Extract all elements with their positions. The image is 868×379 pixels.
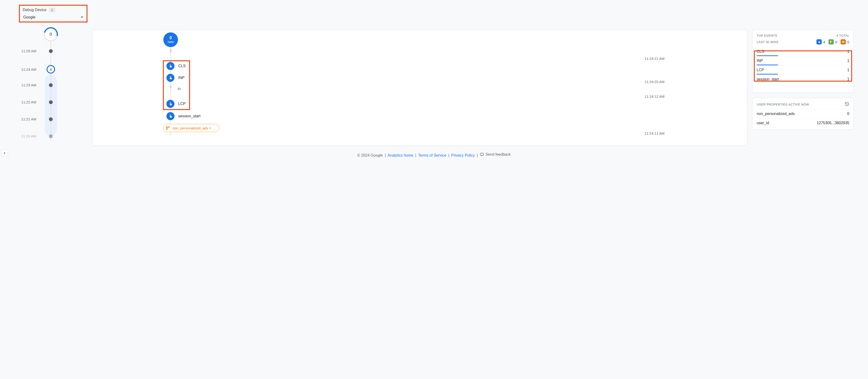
touch-icon <box>166 100 175 108</box>
svg-rect-1 <box>166 128 167 129</box>
prop-value: 0 <box>847 112 849 116</box>
send-feedback-button[interactable]: Send feedback <box>480 152 511 156</box>
bug-icon <box>841 39 846 45</box>
debug-device-selector: Debug Device 1 Google <box>19 5 88 23</box>
touch-icon <box>166 74 175 82</box>
user-prop-row[interactable]: non_personalized_ads 0 <box>752 109 854 118</box>
minute-label: 11:20 AM <box>21 134 37 138</box>
event-stream-card: 0 new 11:24:21 AM CLS INP 11:24:20 AM 8 <box>92 30 747 146</box>
touch-icon <box>816 39 822 45</box>
shapes-icon <box>165 126 170 130</box>
svg-point-0 <box>168 126 169 127</box>
minute-dot <box>49 49 53 53</box>
event-count: 1 <box>847 59 849 63</box>
event-name: session_start <box>757 77 779 81</box>
event-label: CLS <box>178 64 186 68</box>
minute-label: 11:23 AM <box>21 83 37 87</box>
new-events-badge[interactable]: 0 new <box>163 32 178 47</box>
minute-label: 11:21 AM <box>21 117 37 121</box>
event-time: 11:24:20 AM <box>645 80 664 84</box>
event-name: LCP <box>757 68 764 72</box>
seconds-counter-value: 0 <box>50 32 52 37</box>
event-item-lcp[interactable]: LCP <box>166 100 186 108</box>
top-event-row[interactable]: CLS 1 <box>752 47 854 56</box>
prop-value: 1275305...3802935 <box>817 121 849 125</box>
minute-dot <box>49 117 53 121</box>
minute-ring: 4 <box>46 65 55 74</box>
link-privacy[interactable]: Privacy Policy <box>451 153 475 157</box>
top-events-total: 4 TOTAL <box>836 34 849 37</box>
top-event-row[interactable]: session_start 1 <box>752 75 854 84</box>
prop-name: user_id <box>757 121 769 125</box>
event-count: 1 <box>847 50 849 54</box>
user-properties-card: USER PROPERTIES ACTIVE NOW non_personali… <box>752 98 854 129</box>
new-label: new <box>167 40 174 44</box>
event-count: 1 <box>847 68 849 72</box>
svg-point-2 <box>842 41 844 43</box>
time-gap: 8s <box>178 87 181 91</box>
stat-touch: 4 <box>816 39 825 45</box>
user-props-title: USER PROPERTIES ACTIVE NOW <box>757 103 809 106</box>
event-name: INP <box>757 59 763 63</box>
minute-row-active[interactable]: 11:24 AM 4 <box>21 65 68 74</box>
flag-icon <box>829 39 834 45</box>
event-name: CLS <box>757 50 764 54</box>
chevron-right-icon <box>3 151 6 155</box>
top-events-subtitle: LAST 30 MINS <box>757 40 778 44</box>
event-time: 11:24:21 AM <box>645 57 664 61</box>
event-label: LCP <box>178 102 186 106</box>
new-count: 0 <box>169 36 172 40</box>
footer: © 2024 Google | Analytics home | Terms o… <box>0 152 868 157</box>
top-event-row[interactable]: LCP 1 <box>752 65 854 75</box>
minute-dot <box>49 100 53 104</box>
chip-label: non_personalized_ads = … <box>173 126 216 130</box>
minute-row[interactable]: 11:20 AM <box>21 134 68 138</box>
top-events-card: TOP EVENTS 4 TOTAL LAST 30 MINS 4 0 <box>752 30 854 93</box>
event-time: 11:24:12 AM <box>645 94 664 98</box>
minute-row[interactable]: 11:23 AM <box>21 83 68 87</box>
event-time: 11:24:11 AM <box>645 131 664 135</box>
debug-device-value: Google <box>23 15 35 20</box>
feedback-icon <box>480 152 484 156</box>
expand-panel-button[interactable] <box>1 149 8 156</box>
minute-dot <box>49 83 53 87</box>
minute-label: 11:25 AM <box>21 49 37 53</box>
seconds-counter[interactable]: 0 <box>44 27 58 41</box>
copyright: © 2024 Google <box>358 153 383 157</box>
prop-name: non_personalized_ads <box>757 112 795 116</box>
link-analytics-home[interactable]: Analytics home <box>388 153 413 157</box>
minute-dot <box>49 135 53 138</box>
debug-device-dropdown[interactable]: Google <box>23 14 84 21</box>
top-event-row[interactable]: INP 1 <box>752 56 854 65</box>
stat-error: 0 <box>841 39 849 45</box>
user-property-chip[interactable]: non_personalized_ads = … <box>163 124 219 132</box>
top-events-title: TOP EVENTS <box>757 34 777 37</box>
debug-device-count: 1 <box>49 7 56 12</box>
debug-device-label: Debug Device <box>23 8 46 12</box>
event-label: INP <box>178 76 185 80</box>
user-prop-row[interactable]: user_id 1275305...3802935 <box>752 118 854 127</box>
touch-icon <box>166 112 175 120</box>
stat-flag: 0 <box>829 39 837 45</box>
minute-label: 11:24 AM <box>21 67 37 71</box>
link-terms[interactable]: Terms of Service <box>418 153 446 157</box>
history-icon[interactable] <box>845 102 849 107</box>
minute-timeline: 0 11:25 AM 11:24 AM 4 11:23 AM 11:22 AM … <box>21 27 88 141</box>
event-label: session_start <box>178 114 200 118</box>
chevron-down-icon <box>81 17 83 18</box>
minute-row[interactable]: 11:21 AM <box>21 117 68 121</box>
event-item-cls[interactable]: CLS <box>166 62 186 70</box>
event-item-session-start[interactable]: session_start <box>166 112 200 120</box>
event-count: 1 <box>847 77 849 81</box>
touch-icon <box>166 62 175 70</box>
event-item-inp[interactable]: INP <box>166 74 185 82</box>
minute-label: 11:22 AM <box>21 100 37 104</box>
minute-row[interactable]: 11:25 AM <box>21 49 68 53</box>
minute-row[interactable]: 11:22 AM <box>21 100 68 104</box>
